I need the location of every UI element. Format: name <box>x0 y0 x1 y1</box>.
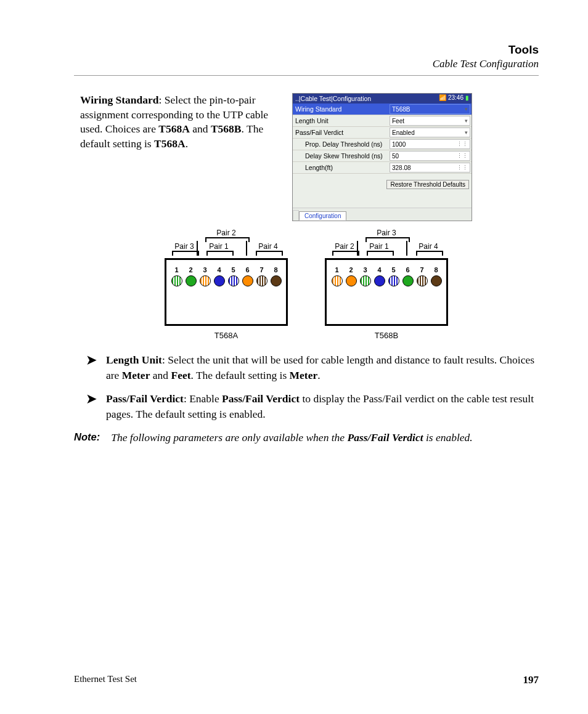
setting-value[interactable]: 1000⋮⋮ <box>390 139 470 149</box>
device-status-area: 📶 23:46 ▮ <box>439 94 469 101</box>
bullet-length-unit: ➤ Length Unit: Select the unit that will… <box>86 352 539 383</box>
tab-stub[interactable] <box>293 210 299 221</box>
connector-label-b: T568B <box>325 331 448 340</box>
pair-label: Pair 1 <box>209 242 228 251</box>
setting-label: Delay Skew Threshold (ns) <box>293 152 388 160</box>
device-tab-bar: Configuration <box>293 208 472 221</box>
device-setting-row[interactable]: Wiring StandardT568B▾ <box>293 103 472 115</box>
setting-label: Prop. Delay Threshold (ns) <box>293 140 388 148</box>
footer-page-number: 197 <box>523 674 539 686</box>
setting-value[interactable]: T568B▾ <box>390 104 470 114</box>
setting-value[interactable]: 328.08⋮⋮ <box>390 163 470 172</box>
setting-label: Pass/Fail Verdict <box>293 128 388 137</box>
device-setting-row[interactable]: Prop. Delay Threshold (ns)1000⋮⋮ <box>293 139 472 150</box>
page-header: Tools Cable Test Configuration <box>74 43 539 70</box>
note-label: Note: <box>74 430 100 445</box>
pin-row: 1 2 3 4 5 6 7 8 <box>166 260 286 286</box>
device-title-text: ..|Cable Test|Configuration <box>295 95 371 102</box>
pair-label: Pair 1 <box>369 242 388 251</box>
setting-label: Length Unit <box>293 116 388 125</box>
connector-diagrams: Pair 2 Pair 3 Pair 1 Pair 4 1 2 3 4 5 6 <box>74 229 539 340</box>
setting-value[interactable]: Feet▾ <box>390 116 470 126</box>
setting-value[interactable]: Enabled▾ <box>390 128 470 137</box>
pair-label: Pair 4 <box>419 242 438 251</box>
battery-icon: ▮ <box>465 94 469 101</box>
pair-label: Pair 2 <box>335 242 354 251</box>
header-title: Tools <box>74 43 539 57</box>
note-block: Note: The following parameters are only … <box>74 430 539 445</box>
connector-t568a: Pair 2 Pair 3 Pair 1 Pair 4 1 2 3 4 5 6 <box>165 229 288 340</box>
dropdown-icon[interactable]: ▾ <box>465 106 468 112</box>
tab-configuration[interactable]: Configuration <box>299 211 346 221</box>
stepper-icon[interactable]: ⋮⋮ <box>457 164 468 171</box>
stepper-icon[interactable]: ⋮⋮ <box>457 141 468 147</box>
bullet-arrow-icon: ➤ <box>86 391 97 421</box>
pair-label: Pair 4 <box>258 242 277 251</box>
device-setting-row[interactable]: Length(ft)328.08⋮⋮ <box>293 162 472 174</box>
device-setting-row[interactable]: Length UnitFeet▾ <box>293 115 472 127</box>
header-subtitle: Cable Test Configuration <box>74 58 539 70</box>
bullet-arrow-icon: ➤ <box>86 352 97 383</box>
dropdown-icon[interactable]: ▾ <box>465 118 468 124</box>
pair-label: Pair 3 <box>377 229 396 237</box>
device-setting-row[interactable]: Pass/Fail VerdictEnabled▾ <box>293 127 472 139</box>
device-titlebar: ..|Cable Test|Configuration 📶 23:46 ▮ <box>293 94 472 103</box>
setting-value[interactable]: 50⋮⋮ <box>390 151 470 161</box>
wifi-icon: 📶 <box>439 94 446 101</box>
setting-label: Wiring Standard <box>293 105 388 113</box>
device-setting-row[interactable]: Delay Skew Threshold (ns)50⋮⋮ <box>293 150 472 162</box>
pair-label: Pair 3 <box>174 242 194 251</box>
restore-defaults-button[interactable]: Restore Threshold Defaults <box>386 180 469 189</box>
footer-product: Ethernet Test Set <box>74 674 137 686</box>
wiring-standard-term: Wiring Standard <box>80 94 159 106</box>
wiring-standard-paragraph: Wiring Standard: Select the pin-to-pair … <box>74 93 284 152</box>
bullet-pass-fail: ➤ Pass/Fail Verdict: Enable Pass/Fail Ve… <box>86 391 539 421</box>
pair-label: Pair 2 <box>216 229 235 237</box>
pin-row: 1 2 3 4 5 6 7 8 <box>327 260 446 286</box>
connector-t568b: Pair 3 Pair 2 Pair 1 Pair 4 1 2 3 4 5 6 <box>325 229 448 340</box>
setting-label: Length(ft) <box>293 163 388 172</box>
stepper-icon[interactable]: ⋮⋮ <box>457 153 468 159</box>
page-footer: Ethernet Test Set 197 <box>74 674 539 686</box>
header-rule <box>74 75 539 76</box>
dropdown-icon[interactable]: ▾ <box>465 129 468 136</box>
connector-label-a: T568A <box>165 331 288 340</box>
device-clock: 23:46 <box>448 94 463 101</box>
device-screenshot: ..|Cable Test|Configuration 📶 23:46 ▮ Wi… <box>292 93 472 221</box>
